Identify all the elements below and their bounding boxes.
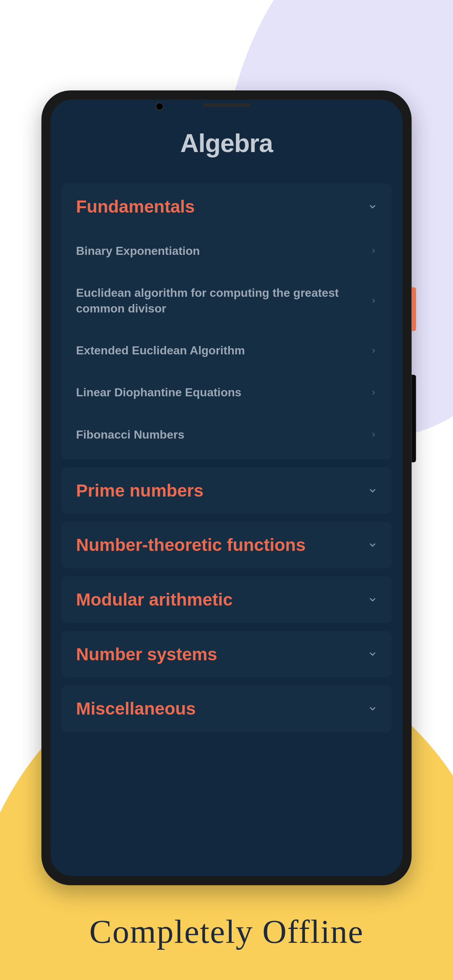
list-item-label: Binary Exponentiation (76, 243, 211, 259)
page-title: Algebra (62, 129, 392, 158)
section-header[interactable]: Number systems (62, 631, 392, 678)
phone-notch (203, 103, 250, 107)
phone-camera (155, 102, 163, 110)
phone-bezel: Algebra FundamentalsBinary Exponentiatio… (41, 91, 412, 885)
section-title: Modular arithmetic (76, 589, 233, 610)
section-card: Number systems (62, 631, 392, 678)
list-item-label: Linear Diophantine Equations (76, 385, 252, 400)
tagline: Completely Offline (0, 912, 453, 951)
list-item-label: Euclidean algorithm for computing the gr… (76, 285, 370, 317)
list-item[interactable]: Linear Diophantine Equations (62, 372, 392, 414)
list-item[interactable]: Extended Euclidean Algorithm (62, 329, 392, 372)
screen-content: Algebra FundamentalsBinary Exponentiatio… (51, 129, 403, 732)
section-title: Number-theoretic functions (76, 535, 306, 555)
chevron-right-icon (370, 431, 377, 438)
phone-screen: Algebra FundamentalsBinary Exponentiatio… (51, 100, 403, 876)
section-title: Miscellaneous (76, 698, 196, 719)
chevron-down-icon (368, 486, 377, 495)
section-title: Fundamentals (76, 196, 195, 217)
phone-speaker (203, 103, 250, 107)
list-item[interactable]: Fibonacci Numbers (62, 414, 392, 456)
section-header[interactable]: Number-theoretic functions (62, 522, 392, 568)
section-header[interactable]: Modular arithmetic (62, 576, 392, 623)
chevron-right-icon (370, 390, 377, 396)
section-title: Prime numbers (76, 480, 204, 501)
section-card: Prime numbers (62, 468, 392, 514)
list-item-label: Extended Euclidean Algorithm (76, 343, 256, 358)
section-header[interactable]: Prime numbers (62, 468, 392, 514)
phone-volume-button (412, 375, 416, 462)
chevron-down-icon (368, 202, 377, 211)
chevron-down-icon (368, 541, 377, 549)
chevron-right-icon (370, 298, 377, 304)
section-header[interactable]: Fundamentals (62, 183, 392, 230)
chevron-right-icon (370, 248, 377, 254)
chevron-right-icon (370, 347, 377, 354)
section-card: Miscellaneous (62, 686, 392, 732)
section-card: Modular arithmetic (62, 576, 392, 623)
list-item-label: Fibonacci Numbers (76, 427, 196, 442)
phone-frame: Algebra FundamentalsBinary Exponentiatio… (41, 91, 412, 885)
section-header[interactable]: Miscellaneous (62, 686, 392, 732)
chevron-down-icon (368, 595, 377, 604)
phone-power-button (412, 287, 416, 331)
section-title: Number systems (76, 644, 217, 665)
chevron-down-icon (368, 705, 377, 713)
section-card: Number-theoretic functions (62, 522, 392, 568)
section-items: Binary ExponentiationEuclidean algorithm… (62, 230, 392, 460)
list-item[interactable]: Euclidean algorithm for computing the gr… (62, 272, 392, 329)
sections-container: FundamentalsBinary ExponentiationEuclide… (62, 183, 392, 732)
chevron-down-icon (368, 650, 377, 659)
list-item[interactable]: Binary Exponentiation (62, 230, 392, 272)
section-card: FundamentalsBinary ExponentiationEuclide… (62, 183, 392, 460)
